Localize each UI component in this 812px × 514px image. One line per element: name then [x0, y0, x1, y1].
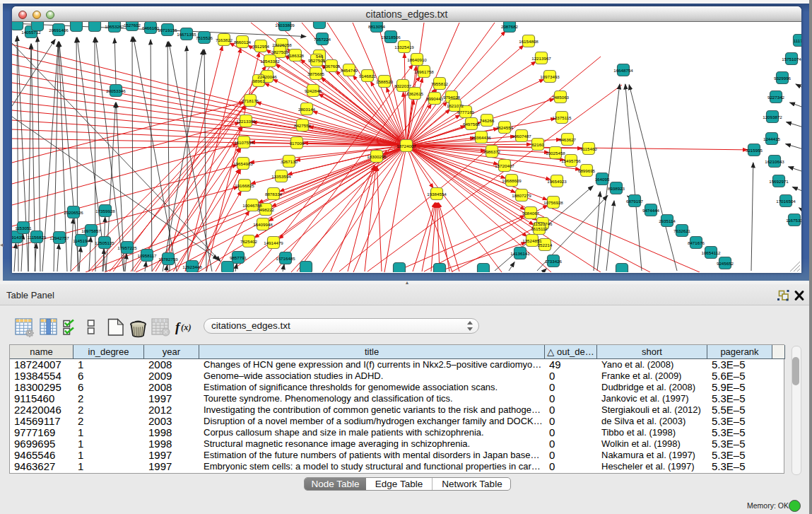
- svg-text:9227342: 9227342: [767, 95, 785, 100]
- svg-text:12505135: 12505135: [95, 240, 114, 245]
- svg-text:9146821: 9146821: [359, 74, 377, 78]
- svg-text:7515526: 7515526: [196, 35, 213, 40]
- svg-text:8427552: 8427552: [294, 123, 312, 128]
- svg-text:391439: 391439: [12, 235, 24, 240]
- svg-text:10756928: 10756928: [543, 200, 563, 205]
- svg-text:12923448: 12923448: [182, 264, 202, 269]
- svg-text:7986372: 7986372: [483, 149, 501, 154]
- svg-text:3267130: 3267130: [281, 159, 298, 164]
- svg-text:7632621: 7632621: [673, 228, 691, 233]
- svg-text:8990443: 8990443: [426, 96, 444, 101]
- svg-text:8454749: 8454749: [341, 68, 358, 73]
- svg-text:17016504: 17016504: [776, 199, 796, 204]
- svg-text:15692971: 15692971: [769, 179, 789, 184]
- svg-text:2367608: 2367608: [323, 64, 341, 69]
- svg-text:8471676: 8471676: [688, 240, 705, 245]
- svg-text:19654923: 19654923: [547, 179, 567, 184]
- svg-text:3215955: 3215955: [746, 148, 763, 153]
- svg-text:14914479: 14914479: [264, 240, 283, 245]
- svg-text:3912954: 3912954: [252, 44, 270, 49]
- svg-text:19384554: 19384554: [427, 192, 447, 197]
- svg-text:8938923: 8938923: [608, 186, 625, 191]
- svg-text:6879197: 6879197: [626, 199, 644, 204]
- svg-text:10973493: 10973493: [540, 74, 560, 79]
- svg-text:18640910: 18640910: [407, 57, 427, 62]
- svg-text:6497568: 6497568: [463, 122, 481, 127]
- svg-text:7485063: 7485063: [552, 95, 570, 100]
- svg-text:12213369: 12213369: [236, 119, 256, 124]
- svg-text:9474444: 9474444: [642, 208, 660, 213]
- svg-text:1733426: 1733426: [545, 259, 563, 264]
- svg-text:23226058: 23226058: [272, 42, 292, 47]
- svg-text:13325419: 13325419: [394, 45, 414, 49]
- svg-text:(x): (x): [181, 322, 192, 332]
- svg-text:19218506: 19218506: [381, 35, 401, 40]
- svg-text:1167533: 1167533: [786, 218, 801, 223]
- svg-text:164095: 164095: [595, 177, 610, 182]
- svg-text:98961: 98961: [252, 78, 265, 83]
- svg-text:18807279: 18807279: [512, 193, 531, 198]
- svg-text:1145194: 1145194: [73, 238, 90, 243]
- svg-text:11520746: 11520746: [533, 221, 553, 226]
- svg-text:12375115: 12375115: [552, 115, 572, 120]
- svg-text:2803144: 2803144: [298, 107, 316, 112]
- svg-text:11174: 11174: [794, 38, 801, 43]
- svg-text:16782759: 16782759: [158, 257, 178, 262]
- svg-text:8186328: 8186328: [287, 53, 305, 58]
- svg-text:14055712: 14055712: [21, 30, 41, 35]
- svg-text:f: f: [175, 320, 181, 334]
- svg-text:12942757: 12942757: [49, 235, 69, 240]
- svg-text:15720407: 15720407: [495, 163, 514, 168]
- svg-text:10975857: 10975857: [81, 228, 101, 233]
- svg-text:9827509: 9827509: [271, 49, 289, 54]
- svg-text:17359928: 17359928: [95, 209, 115, 214]
- svg-text:16154808: 16154808: [519, 39, 539, 44]
- svg-text:746266: 746266: [480, 118, 495, 123]
- svg-text:9242848: 9242848: [305, 88, 322, 93]
- svg-text:10688609: 10688609: [502, 178, 522, 183]
- svg-text:3875685: 3875685: [307, 71, 325, 76]
- svg-text:18300295: 18300295: [367, 154, 387, 159]
- svg-text:9777169: 9777169: [457, 110, 475, 115]
- svg-text:14136141: 14136141: [510, 251, 530, 256]
- svg-text:10543382: 10543382: [260, 59, 280, 64]
- svg-text:1153051: 1153051: [15, 226, 32, 230]
- svg-text:3624554: 3624554: [496, 125, 514, 130]
- svg-text:16107554: 16107554: [234, 140, 254, 145]
- svg-text:7163822: 7163822: [216, 37, 233, 42]
- svg-text:12093872: 12093872: [763, 115, 782, 119]
- svg-text:252214: 252214: [538, 243, 553, 247]
- svg-text:9245652: 9245652: [717, 261, 734, 266]
- svg-text:9329996: 9329996: [774, 76, 792, 81]
- svg-text:9794028: 9794028: [443, 95, 461, 100]
- svg-text:3498222: 3498222: [257, 207, 275, 212]
- svg-text:2718176: 2718176: [242, 98, 259, 103]
- svg-text:17957225: 17957225: [117, 245, 137, 250]
- svg-text:1362615: 1362615: [406, 91, 424, 96]
- svg-text:2087682: 2087682: [501, 24, 519, 29]
- svg-text:16033809: 16033809: [275, 23, 295, 28]
- svg-text:10607487: 10607487: [512, 134, 531, 139]
- svg-text:20206526: 20206526: [64, 210, 83, 215]
- svg-text:13353594: 13353594: [271, 174, 291, 179]
- svg-text:62160: 62160: [531, 142, 544, 147]
- svg-text:1621072: 1621072: [447, 103, 464, 108]
- svg-text:18724007: 18724007: [396, 144, 416, 148]
- svg-text:12213967: 12213967: [531, 56, 551, 61]
- svg-text:20691406: 20691406: [49, 28, 69, 33]
- svg-text:15716485: 15716485: [276, 256, 295, 261]
- svg-text:7955812: 7955812: [431, 81, 449, 86]
- svg-text:6466160: 6466160: [142, 25, 160, 30]
- svg-text:9527505: 9527505: [308, 58, 326, 63]
- svg-text:1615112: 1615112: [531, 226, 548, 231]
- svg-text:10654112: 10654112: [701, 250, 721, 255]
- svg-text:16961758: 16961758: [414, 69, 434, 74]
- svg-text:10025458: 10025458: [546, 151, 565, 156]
- svg-text:9857791: 9857791: [230, 255, 247, 260]
- svg-text:20364436: 20364436: [471, 135, 491, 140]
- svg-text:1588520: 1588520: [376, 79, 394, 84]
- svg-text:6899695: 6899695: [578, 168, 596, 173]
- svg-text:15751074: 15751074: [782, 57, 801, 62]
- svg-text:1244415: 1244415: [763, 136, 781, 141]
- svg-text:8322037: 8322037: [394, 83, 412, 88]
